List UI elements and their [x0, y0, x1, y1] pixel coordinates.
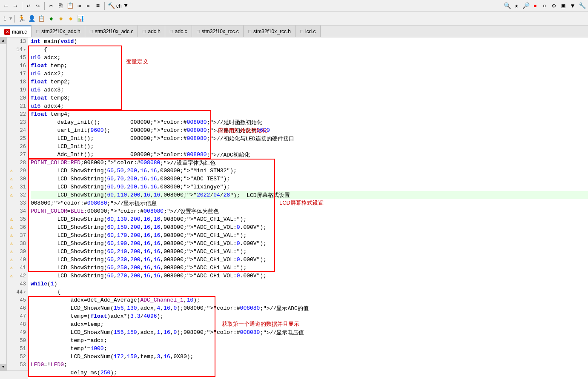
gem-green-icon[interactable]: ◆ — [47, 14, 55, 23]
code-line-27[interactable]: Adc_Init(); 008000;">"color:#008080;">//… — [31, 151, 588, 159]
gutter-row-52: 52 — [7, 353, 28, 361]
dropdown-icon[interactable]: ▼ — [568, 2, 577, 10]
code-line-53[interactable]: LED0=!LED0; — [31, 361, 588, 369]
paste-icon[interactable]: 📋 — [66, 2, 74, 10]
code-line-52[interactable]: LCD_ShowxNum(172,150,temp,3,16,0X80); — [31, 353, 588, 361]
code-line-42[interactable]: LCD_ShowString(60,270,200,16,16,008000;"… — [31, 272, 588, 280]
format-icon[interactable]: ≡ — [94, 2, 102, 10]
redo-icon[interactable]: ↪ — [34, 2, 42, 10]
code-line-47[interactable]: temp=(float)adcx*(3.3/4096); — [31, 312, 588, 320]
build-icon[interactable]: 🔨 — [107, 2, 115, 10]
person-icon[interactable]: 👤 — [27, 14, 36, 23]
outdent-icon[interactable]: ⇤ — [84, 2, 93, 10]
code-line-48[interactable]: adcx=temp; — [31, 320, 588, 328]
gem-orange-icon[interactable]: ◆ — [66, 14, 75, 23]
code-line-16[interactable]: float temp; — [31, 62, 588, 70]
code-line-51[interactable]: temp*=1000; — [31, 345, 588, 353]
tab-stm32f10x-rcc-h[interactable]: ◻ stm32f10x_rcc.h — [244, 26, 295, 37]
copy-icon[interactable]: ⎘ — [56, 2, 65, 10]
code-line-22[interactable]: float temp4; — [31, 110, 588, 118]
settings-icon[interactable]: ⚙ — [550, 2, 558, 10]
code-line-31[interactable]: LCD_ShowString(60,90,200,16,16,008000;">… — [31, 183, 588, 191]
tab-stm32f10x-adc-h[interactable]: ◻ stm32f10x_adc.h — [32, 26, 85, 37]
forward-icon[interactable]: → — [11, 2, 20, 10]
code-line-54[interactable]: delay_ms(250); — [31, 369, 588, 377]
tools-icon[interactable]: 🔧 — [578, 2, 586, 10]
line-num-32: 32 — [17, 192, 26, 198]
code-line-17[interactable]: u16 adcx2; — [31, 70, 588, 78]
code-line-43[interactable]: while(1) — [31, 280, 588, 288]
run-icon[interactable]: 🏃 — [17, 14, 26, 23]
code-line-18[interactable]: float temp2; — [31, 78, 588, 86]
code-line-37[interactable]: LCD_ShowString(60,170,200,16,16,008000;"… — [31, 231, 588, 239]
tab-label-main-c: main.c — [12, 29, 27, 35]
code-line-32[interactable]: LCD_ShowString(60,110,200,16,16,008000;"… — [31, 191, 588, 199]
back-icon[interactable]: ← — [2, 2, 10, 10]
tab-stm32f10x-adc-c[interactable]: ◻ stm32f10x_adc.c — [85, 26, 138, 37]
line-num-51: 51 — [17, 346, 26, 352]
indent-icon[interactable]: ⇥ — [75, 2, 83, 10]
search-icon[interactable]: 🔍 — [503, 2, 511, 10]
code-line-41[interactable]: LCD_ShowString(60,250,200,16,16,008000;"… — [31, 264, 588, 272]
line-num-35: 35 — [17, 217, 26, 222]
tab-lcd-c[interactable]: ◻ lcd.c — [295, 26, 321, 37]
tab-adc-c[interactable]: ◻ adc.c — [165, 26, 192, 37]
code-line-14[interactable]: { — [31, 46, 588, 54]
code-line-25[interactable]: LED_Init(); 008000;">"color:#008080;">//… — [31, 134, 588, 142]
code-line-28[interactable]: POINT_COLOR=RED;008000;">"color:#008080;… — [31, 159, 588, 167]
code-line-55[interactable] — [31, 377, 588, 379]
code-line-44[interactable]: { — [31, 288, 588, 296]
code-line-23[interactable]: delay_init(); 008000;">"color:#008080;">… — [31, 118, 588, 126]
circle-icon[interactable]: ○ — [540, 2, 549, 10]
code-line-46[interactable]: LCD_ShowxNum(156,130,adcx,4,16,0);008000… — [31, 304, 588, 312]
code-line-38[interactable]: LCD_ShowString(60,190,200,16,16,008000;"… — [31, 239, 588, 248]
line-num-42: 42 — [17, 273, 26, 279]
code-line-13[interactable]: int main(void) — [31, 37, 588, 46]
code-area[interactable]: int main(void) { u16 adcx; float temp; u… — [28, 37, 588, 379]
code-line-19[interactable]: u16 adcx3; — [31, 86, 588, 94]
code-line-49[interactable]: LCD_ShowxNum(156,150,adcx,1,16,0);008000… — [31, 328, 588, 336]
tab-icon-adch: ◻ — [142, 28, 146, 34]
code-line-50[interactable]: temp-=adcx; — [31, 336, 588, 345]
warning-icon-32: ⚠ — [10, 192, 16, 198]
code-line-45[interactable]: adcx=Get_Adc_Average(ADC_Channel_1,10); — [31, 296, 588, 304]
code-line-35[interactable]: LCD_ShowString(60,130,200,16,16,008000;"… — [31, 215, 588, 223]
code-line-34[interactable]: POINT_COLOR=BLUE;008000;">"color:#008080… — [31, 207, 588, 215]
code-line-36[interactable]: LCD_ShowString(60,150,200,16,16,008000;"… — [31, 223, 588, 231]
gutter-row-21: 21 — [7, 102, 28, 110]
collapse-btn-14[interactable]: ▾ — [23, 47, 26, 52]
code-line-15[interactable]: u16 adcx; — [31, 54, 588, 62]
chart-icon[interactable]: 📊 — [76, 14, 85, 23]
gutter-row-32: ⚠32 — [7, 191, 28, 199]
cut-icon[interactable]: ✂ — [47, 2, 55, 10]
clipboard-icon[interactable]: 📋 — [37, 14, 46, 23]
code-line-26[interactable]: LCD_Init(); — [31, 142, 588, 151]
view-icon[interactable]: ▣ — [559, 2, 568, 10]
dropdown-arrow[interactable]: ▼ — [9, 16, 12, 21]
star-icon[interactable]: ★ — [512, 2, 521, 10]
tab-main-c[interactable]: ✕ main.c — [0, 26, 32, 37]
separator-2 — [44, 2, 45, 10]
scroll-up-btn[interactable]: ▲ — [0, 37, 7, 44]
tab-adc-h[interactable]: ◻ adc.h — [138, 26, 165, 37]
tab-stm32f10x-rcc-c[interactable]: ◻ stm32f10x_rcc.c — [192, 26, 244, 37]
code-line-39[interactable]: LCD_ShowString(60,210,200,16,16,008000;"… — [31, 248, 588, 256]
tab-close-icon[interactable]: ✕ — [4, 29, 10, 35]
code-line-30[interactable]: LCD_ShowString(60,70,200,16,16,008000;">… — [31, 175, 588, 183]
debug-icon[interactable]: 🔎 — [522, 2, 530, 10]
code-line-33[interactable]: 008000;">"color:#008080;">//显示提示信息 — [31, 199, 588, 207]
gutter-row-50: 50 — [7, 336, 28, 345]
scroll-down-btn[interactable]: ▼ — [0, 364, 7, 370]
target-dropdown[interactable]: ▼ — [124, 3, 128, 9]
record-icon[interactable]: ● — [531, 2, 539, 10]
code-line-24[interactable]: uart_init(9600); 008000;">"color:#008080… — [31, 126, 588, 134]
code-line-20[interactable]: float temp3; — [31, 94, 588, 102]
gem-yellow-icon[interactable]: ◆ — [57, 14, 65, 23]
undo-icon[interactable]: ↩ — [24, 2, 33, 10]
code-line-21[interactable]: u16 adcx4; — [31, 102, 588, 110]
code-line-40[interactable]: LCD_ShowString(60,230,200,16,16,008000;"… — [31, 256, 588, 264]
tab-label-adch: adc.h — [148, 28, 160, 34]
collapse-btn-44[interactable]: ▾ — [23, 290, 26, 295]
code-line-29[interactable]: LCD_ShowString(60,50,200,16,16,008000;">… — [31, 167, 588, 175]
left-scrollbar[interactable]: ▲ ▼ — [0, 37, 7, 370]
